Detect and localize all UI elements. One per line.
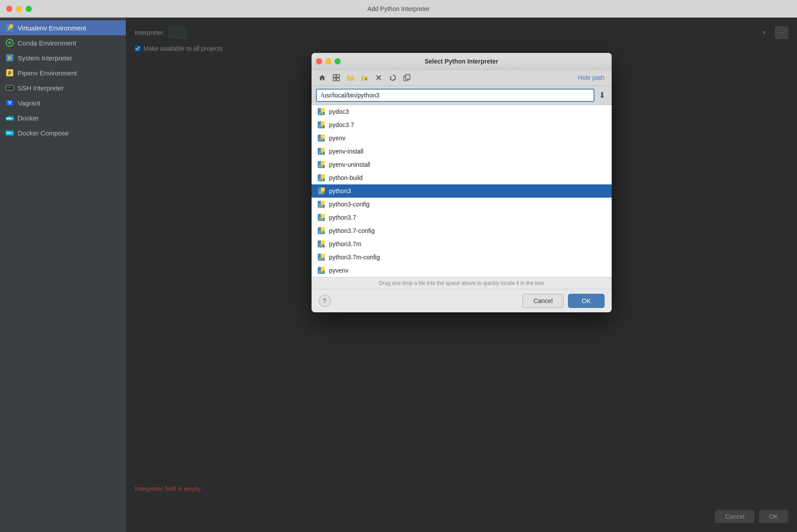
file-list-item[interactable]: py pyvenv [312,264,612,277]
sidebar-item-pipenv[interactable]: P Pipenv Environment [0,65,126,80]
drag-hint: Drag and drop a file into the space abov… [312,277,612,289]
svg-text:py: py [319,256,323,260]
file-list-item[interactable]: py pyenv [312,131,612,145]
fd-titlebar-buttons [316,58,341,64]
fd-toolbar: Hide path [312,70,612,86]
help-button[interactable]: ? [319,295,331,307]
file-list-item[interactable]: py pydoc3.7 [312,118,612,131]
home-button[interactable] [316,72,328,83]
copy-path-button[interactable] [401,72,413,83]
svg-rect-26 [5,130,9,132]
sidebar-item-vagrant[interactable]: V Vagrant [0,95,126,110]
svg-text:py: py [319,177,323,181]
svg-text:py: py [319,243,323,247]
svg-text:py: py [319,137,323,141]
file-icon: py [317,160,326,169]
svg-rect-20 [8,116,10,117]
system-icon: P [5,53,14,62]
svg-rect-24 [10,132,11,134]
maximize-button[interactable] [26,6,32,12]
fd-cancel-button[interactable]: Cancel [523,294,564,308]
file-name: python3.7 [329,214,357,221]
sidebar-item-system[interactable]: P System Interpreter [0,50,126,65]
folder-open-button[interactable] [344,72,357,83]
svg-rect-38 [406,75,410,79]
content-area: Interpreter: ▼ ··· Make available to all… [126,18,797,532]
main-window: P Virtualenv Environment Conda Environme… [0,18,797,532]
svg-point-4 [8,41,11,44]
file-icon: py [317,173,326,182]
file-list-item[interactable]: py pydoc3 [312,105,612,118]
file-icon: py [317,120,326,129]
svg-rect-22 [7,132,8,134]
file-list-item[interactable]: py python3.7m [312,237,612,251]
svg-text:P: P [8,56,11,61]
new-folder-button[interactable] [358,72,371,83]
file-icon: py [317,134,326,142]
file-dialog-title: Select Python Interpreter [425,58,498,65]
file-icon: py [317,240,326,248]
svg-text:py: py [319,111,323,115]
sidebar-label-docker: Docker [18,114,39,122]
minimize-button[interactable] [16,6,22,12]
sidebar-label-vagrant: Vagrant [18,99,40,107]
file-list-item[interactable]: py python3.7 [312,211,612,224]
fd-minimize-button[interactable] [325,58,331,64]
pipenv-icon: P [5,68,14,77]
svg-text:py: py [319,203,323,207]
download-button[interactable]: ⬇ [597,89,607,102]
fd-file-list[interactable]: py pip3.7 py pkg-config py pydoc3 py pyd… [312,105,612,277]
file-name: python3.7m-config [329,254,380,261]
virtualenv-icon: P [5,23,14,32]
file-name: pyenv-uninstall [329,161,370,168]
file-icon: py [317,147,326,156]
hide-path-button[interactable]: Hide path [575,72,607,83]
svg-rect-17 [7,118,8,119]
file-list-item[interactable]: py pyenv-uninstall [312,158,612,171]
svg-rect-18 [8,118,10,119]
sidebar-item-ssh[interactable]: SSH Interpreter [0,80,126,95]
ssh-icon [5,83,14,92]
file-name: pyvenv [329,267,349,274]
file-icon: py [317,187,326,195]
svg-text:P: P [8,71,11,76]
close-button[interactable] [6,6,12,12]
path-input[interactable] [316,89,594,102]
sidebar-item-docker-compose[interactable]: Docker Compose [0,125,126,140]
docker-icon [5,113,14,122]
file-list-item[interactable]: py python-build [312,171,612,184]
sidebar-label-docker-compose: Docker Compose [18,129,69,137]
sidebar-item-conda[interactable]: Conda Environment [0,35,126,50]
file-name: pydoc3 [329,108,349,115]
file-list-item[interactable]: py python3.7-config [312,224,612,237]
svg-text:V: V [8,101,11,105]
file-list-item[interactable]: py python3-config [312,198,612,211]
file-list-item[interactable]: py python3.7m-config [312,251,612,264]
file-icon: py [317,107,326,116]
titlebar-buttons [6,6,32,12]
conda-icon [5,38,14,47]
fd-close-button[interactable] [316,58,322,64]
svg-rect-31 [347,77,354,79]
svg-marker-36 [390,76,392,78]
svg-rect-30 [337,78,339,81]
sidebar-label-ssh: SSH Interpreter [18,84,64,92]
file-name: pyenv [329,135,346,142]
file-list-item[interactable]: py pyenv-install [312,145,612,158]
file-list-item[interactable]: py python3 [312,184,612,198]
grid-view-button[interactable] [330,72,342,83]
sidebar-item-docker[interactable]: Docker [0,110,126,125]
fd-bottom: ? Cancel OK [312,289,612,312]
fd-maximize-button[interactable] [335,58,341,64]
sidebar-item-virtualenv[interactable]: P Virtualenv Environment [0,20,126,35]
refresh-button[interactable] [387,72,399,83]
sidebar-label-virtualenv: Virtualenv Environment [18,24,86,32]
svg-rect-2 [10,24,13,28]
sidebar-label-conda: Conda Environment [18,39,76,47]
file-name: python3-config [329,201,370,208]
fd-ok-button[interactable]: OK [568,294,604,308]
svg-rect-11 [8,87,8,87]
delete-button[interactable] [372,72,385,83]
fd-action-buttons: Cancel OK [523,294,605,308]
file-name: pyenv-install [329,148,364,155]
